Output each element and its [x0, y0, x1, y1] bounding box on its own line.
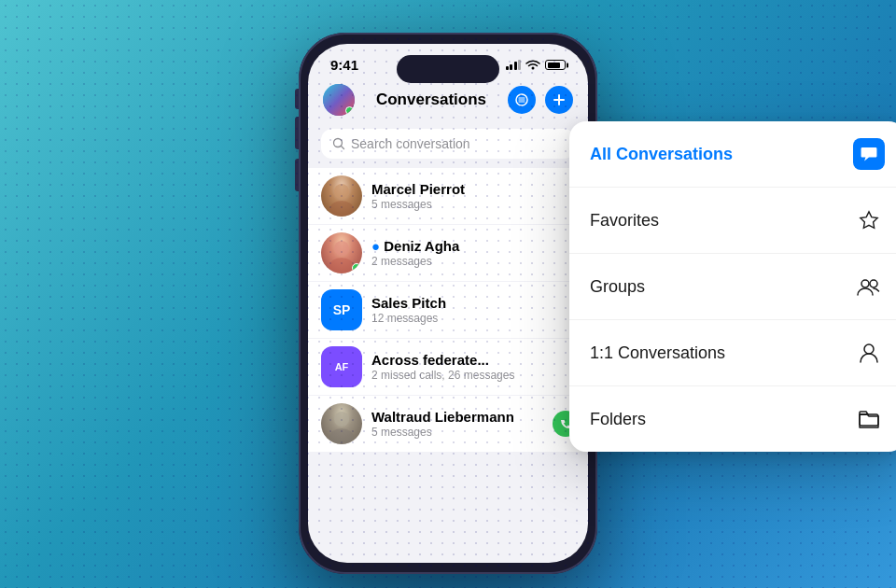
group-icon	[853, 271, 885, 302]
star-icon	[853, 204, 885, 236]
conv-info: Marcel Pierrot 5 messages	[371, 181, 575, 211]
nav-title: Conversations	[376, 91, 486, 109]
search-bar[interactable]: Search conversation	[321, 129, 575, 159]
dropdown-label-all: All Conversations	[590, 145, 733, 164]
avatar[interactable]	[323, 84, 355, 116]
list-item[interactable]: Marcel Pierrot 5 messages	[308, 168, 588, 224]
online-indicator	[352, 263, 361, 273]
conv-avatar: SP	[321, 289, 362, 330]
nav-buttons	[508, 86, 573, 114]
list-item[interactable]: Waltraud Liebermann 5 messages	[308, 396, 588, 452]
conversation-list: Marcel Pierrot 5 messages ● Deniz Agha 2…	[308, 168, 588, 452]
conv-name: Sales Pitch	[371, 295, 575, 311]
svg-line-7	[342, 147, 344, 149]
conv-name: Marcel Pierrot	[371, 181, 575, 197]
dropdown-label-folders: Folders	[590, 410, 646, 429]
dropdown-label-groups: Groups	[590, 277, 645, 297]
conv-meta: 5 messages	[371, 426, 575, 439]
dropdown-item-groups[interactable]: Groups	[569, 254, 896, 320]
filter-button[interactable]	[508, 86, 536, 114]
battery-fill	[548, 63, 561, 68]
dropdown-item-one-to-one[interactable]: 1:1 Conversations	[569, 320, 896, 386]
status-time: 9:41	[330, 57, 358, 73]
conv-meta: 2 messages	[371, 255, 575, 268]
conv-name: Waltraud Liebermann	[371, 409, 575, 425]
compose-button[interactable]	[545, 86, 573, 114]
conv-meta: 5 messages	[371, 198, 575, 211]
conv-avatar: AF	[321, 346, 362, 387]
signal-icon	[506, 60, 522, 70]
phone-container: 9:41 Conversations	[299, 33, 597, 574]
phone-vol-up-btn	[295, 117, 299, 149]
conv-avatar	[321, 232, 362, 273]
dropdown-item-folders[interactable]: Folders	[569, 386, 896, 452]
svg-point-11	[329, 258, 354, 273]
conv-info: Across federate... 2 missed calls, 26 me…	[371, 352, 575, 382]
conv-name: ● Deniz Agha	[371, 238, 575, 254]
conv-info: Waltraud Liebermann 5 messages	[371, 409, 575, 439]
battery-icon	[545, 60, 566, 70]
conv-avatar	[321, 175, 362, 217]
phone-screen: 9:41 Conversations	[308, 44, 588, 563]
svg-point-15	[870, 280, 877, 287]
conv-info: ● Deniz Agha 2 messages	[371, 238, 575, 268]
folder-icon	[853, 403, 885, 435]
conv-avatar	[321, 403, 362, 444]
conv-info: Sales Pitch 12 messages	[371, 295, 575, 325]
status-icons	[506, 60, 567, 71]
dropdown-label-favorites: Favorites	[590, 211, 659, 231]
search-placeholder: Search conversation	[351, 136, 470, 151]
wifi-icon	[525, 60, 540, 71]
phone-mute-btn	[295, 89, 299, 109]
svg-point-10	[334, 241, 349, 256]
search-icon	[332, 137, 345, 150]
svg-point-13	[329, 428, 354, 444]
conv-name: Across federate...	[371, 352, 575, 368]
list-item[interactable]: SP Sales Pitch 12 messages	[308, 282, 588, 338]
conv-meta: 12 messages	[371, 312, 575, 325]
conv-meta: 2 missed calls, 26 messages	[371, 369, 575, 382]
dropdown-menu: All Conversations Favorites Groups 1:1 C…	[569, 121, 896, 452]
svg-point-14	[861, 280, 869, 287]
dynamic-island	[397, 55, 499, 83]
nav-bar: Conversations	[308, 80, 588, 125]
dropdown-item-favorites[interactable]: Favorites	[569, 188, 896, 254]
list-item[interactable]: ● Deniz Agha 2 messages	[308, 225, 588, 281]
dropdown-item-all[interactable]: All Conversations	[569, 121, 896, 188]
svg-point-8	[334, 184, 349, 199]
svg-point-16	[864, 344, 874, 354]
list-item[interactable]: AF Across federate... 2 missed calls, 26…	[308, 339, 588, 395]
avatar-online-dot	[345, 106, 354, 115]
person-icon	[853, 337, 885, 369]
dropdown-label-one-to-one: 1:1 Conversations	[590, 343, 725, 363]
svg-point-12	[334, 412, 349, 427]
phone-vol-down-btn	[295, 159, 299, 191]
chat-icon	[853, 138, 885, 170]
svg-point-9	[329, 201, 354, 217]
